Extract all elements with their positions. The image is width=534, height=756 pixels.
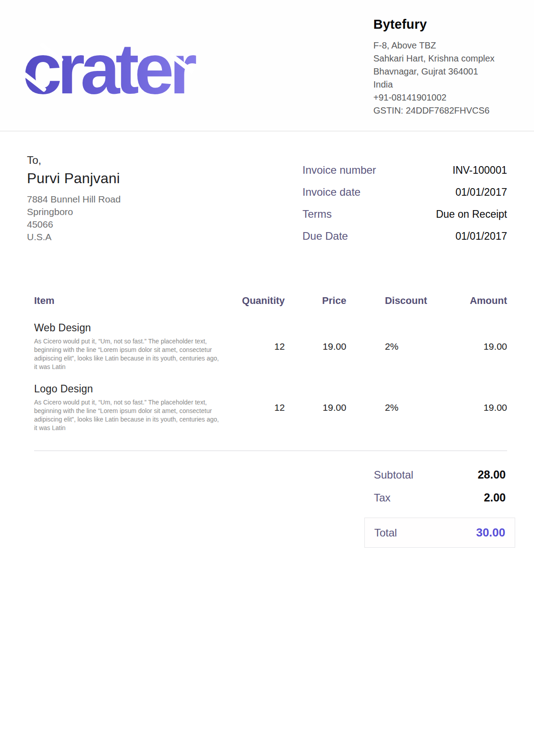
company-address-line: India (373, 78, 508, 91)
item-amount: 19.00 (431, 383, 507, 444)
invoice-header: crater Bytefury F-8, Above TBZ Sahkari H… (0, 0, 534, 132)
items-table-header-row: Item Quanitity Price Discount Amount (34, 295, 507, 322)
company-name: Bytefury (373, 17, 508, 32)
subtotal-label: Subtotal (374, 469, 413, 481)
total-box: Total 30.00 (364, 518, 515, 548)
item-description: As Cicero would put it, “Um, not so fast… (34, 337, 223, 371)
due-date-label: Due Date (302, 230, 348, 242)
subtotal-value: 28.00 (477, 468, 506, 481)
table-bottom-divider (34, 450, 507, 451)
tax-label: Tax (374, 492, 390, 504)
customer-address-line: Springboro (27, 206, 175, 218)
company-address-line: Bhavnagar, Gujrat 364001 (373, 65, 508, 78)
company-address-line: F-8, Above TBZ (373, 39, 508, 52)
total-label: Total (374, 527, 397, 539)
invoice-date-row: Invoice date 01/01/2017 (302, 186, 507, 198)
terms-value: Due on Receipt (436, 208, 507, 220)
to-label: To, (27, 154, 175, 167)
invoice-meta-block: Invoice number INV-100001 Invoice date 0… (302, 154, 507, 252)
customer-address-line: U.S.A (27, 231, 175, 243)
company-info-block: Bytefury F-8, Above TBZ Sahkari Hart, Kr… (373, 0, 508, 131)
item-quantity: 12 (223, 383, 285, 444)
items-table-section: Item Quanitity Price Discount Amount Web… (34, 295, 507, 444)
quantity-column-header: Quanitity (223, 295, 285, 322)
item-cell: Logo Design As Cicero would put it, “Um,… (34, 383, 223, 444)
total-value: 30.00 (476, 526, 505, 540)
items-table: Item Quanitity Price Discount Amount Web… (34, 295, 507, 444)
item-amount: 19.00 (431, 322, 507, 383)
table-row: Web Design As Cicero would put it, “Um, … (34, 322, 507, 383)
invoice-page: crater Bytefury F-8, Above TBZ Sahkari H… (0, 0, 534, 756)
company-phone: +91-08141901002 (373, 91, 508, 104)
price-column-header: Price (285, 295, 346, 322)
discount-column-header: Discount (346, 295, 432, 322)
invoice-body: To, Purvi Panjvani 7884 Bunnel Hill Road… (0, 154, 534, 548)
company-address-line: Sahkari Hart, Krishna complex (373, 52, 508, 65)
customer-address-line: 45066 (27, 218, 175, 231)
invoice-date-label: Invoice date (302, 186, 360, 198)
due-date-row: Due Date 01/01/2017 (302, 230, 507, 242)
subtotal-row: Subtotal 28.00 (364, 468, 515, 481)
amount-column-header: Amount (431, 295, 507, 322)
company-gstin: GSTIN: 24DDF7682FHVCS6 (373, 104, 508, 117)
invoice-number-value: INV-100001 (453, 164, 507, 176)
bill-to-block: To, Purvi Panjvani 7884 Bunnel Hill Road… (27, 154, 175, 252)
item-description: As Cicero would put it, “Um, not so fast… (34, 398, 223, 432)
due-date-value: 01/01/2017 (455, 230, 507, 242)
terms-row: Terms Due on Receipt (302, 208, 507, 220)
customer-address-line: 7884 Bunnel Hill Road (27, 193, 175, 206)
invoice-number-label: Invoice number (302, 164, 376, 176)
tax-row: Tax 2.00 (364, 491, 515, 504)
invoice-number-row: Invoice number INV-100001 (302, 164, 507, 176)
item-discount: 2% (346, 322, 432, 383)
terms-label: Terms (302, 208, 332, 220)
tax-value: 2.00 (484, 491, 506, 504)
totals-section: Subtotal 28.00 Tax 2.00 Total 30.00 (364, 468, 515, 548)
invoice-date-value: 01/01/2017 (455, 186, 507, 198)
item-price: 19.00 (285, 322, 346, 383)
item-name: Web Design (34, 322, 223, 334)
item-name: Logo Design (34, 383, 223, 395)
item-quantity: 12 (223, 322, 285, 383)
item-cell: Web Design As Cicero would put it, “Um, … (34, 322, 223, 383)
billing-section: To, Purvi Panjvani 7884 Bunnel Hill Road… (27, 154, 507, 252)
customer-name: Purvi Panjvani (27, 170, 175, 187)
crater-logo-wordmark: crater (22, 33, 198, 104)
item-column-header: Item (34, 295, 223, 322)
item-price: 19.00 (285, 383, 346, 444)
item-discount: 2% (346, 383, 432, 444)
crater-logo: crater (22, 33, 198, 104)
table-row: Logo Design As Cicero would put it, “Um,… (34, 383, 507, 444)
